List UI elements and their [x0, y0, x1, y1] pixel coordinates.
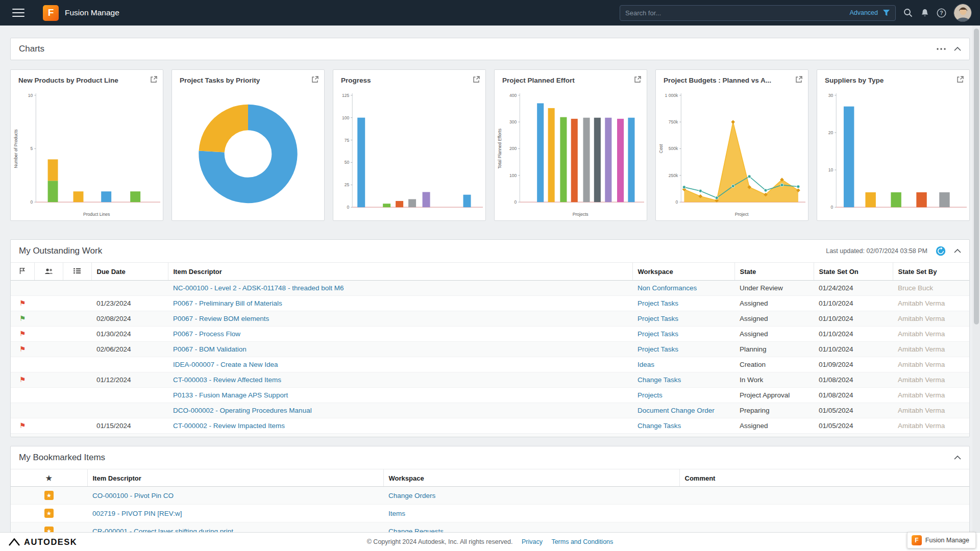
item-descriptor-cell: CT-000003 - Review Affected Items	[168, 372, 632, 388]
col-workspace[interactable]: Workspace	[632, 263, 734, 281]
state-set-by-cell: Amitabh Verma	[893, 372, 969, 388]
state-set-on-cell: 01/10/2024	[814, 311, 893, 327]
item-descriptor-link[interactable]: CO-000100 - Pivot Pin CO	[92, 492, 174, 499]
outstanding-row[interactable]: ⚑01/15/2024CT-000002 - Review Impacted I…	[11, 418, 969, 434]
col-state-set-by[interactable]: State Set By	[893, 263, 969, 281]
menu-button[interactable]	[12, 9, 24, 17]
item-descriptor-link[interactable]: P0067 - Review BOM elements	[173, 315, 269, 322]
outstanding-row[interactable]: ⚑02/08/2024P0067 - Review BOM elementsPr…	[11, 311, 969, 327]
state-cell: Creation	[734, 357, 814, 372]
svg-text:0: 0	[514, 199, 517, 205]
privacy-link[interactable]: Privacy	[522, 538, 543, 545]
outstanding-row[interactable]: ⚑02/06/2024P0067 - BOM ValidationProject…	[11, 342, 969, 357]
col-item-descriptor[interactable]: Item Descriptor	[168, 263, 632, 281]
col-due-date[interactable]: Due Date	[91, 263, 168, 281]
open-chart-icon[interactable]	[473, 76, 480, 83]
state-cell: Planning	[734, 434, 814, 438]
workspace-link[interactable]: Projects	[638, 391, 663, 399]
terms-link[interactable]: Terms and Conditions	[551, 538, 613, 545]
bar-chart: 0510Number of ProductsProduct Lines	[12, 88, 161, 219]
state-set-on-cell: 01/10/2023	[814, 434, 893, 438]
open-chart-icon[interactable]	[957, 76, 964, 83]
workspace-link[interactable]: Non Conformances	[638, 284, 697, 292]
chart-title: Project Budgets : Planned vs A...	[656, 70, 808, 84]
item-descriptor-cell: CO-000100 - Pivot Pin CO	[87, 487, 383, 505]
workspace-link[interactable]: Change Tasks	[638, 376, 681, 384]
workspace-link[interactable]: Project Tasks	[638, 315, 678, 322]
bookmarked-row[interactable]: ★002719 - PIVOT PIN [REV:w]Items	[11, 505, 969, 522]
workspace-link[interactable]: Change Tasks	[638, 422, 681, 430]
assignees-cell	[34, 388, 63, 403]
outstanding-row[interactable]: PV-000003 - In-Flight ChecksProduct Vali…	[11, 434, 969, 438]
col-item-descriptor[interactable]: Item Descriptor	[87, 469, 383, 487]
chart-title: Suppliers by Type	[817, 70, 969, 84]
svg-text:100: 100	[509, 173, 517, 178]
item-descriptor-link[interactable]: P0067 - Preliminary Bill of Materials	[173, 299, 282, 307]
state-set-by-cell: Amitabh Verma	[893, 357, 969, 372]
item-descriptor-link[interactable]: P0133 - Fusion Manage APS Support	[173, 391, 288, 399]
bookmark-star-icon[interactable]: ★	[44, 491, 54, 500]
state-cell: Assigned	[734, 311, 814, 327]
outstanding-table: Due Date Item Descriptor Workspace State…	[11, 262, 969, 437]
state-set-on-cell: 01/08/2024	[814, 388, 893, 403]
advanced-search-link[interactable]: Advanced	[849, 9, 878, 16]
outstanding-row[interactable]: P0133 - Fusion Manage APS SupportProject…	[11, 388, 969, 403]
state-set-on-cell: 01/08/2024	[814, 372, 893, 388]
item-descriptor-link[interactable]: CT-000002 - Review Impacted Items	[173, 422, 285, 430]
item-descriptor-cell: P0067 - Process Flow	[168, 327, 632, 342]
workspace-link[interactable]: Items	[388, 510, 405, 517]
workspace-link[interactable]: Project Tasks	[638, 330, 678, 338]
workspace-link[interactable]: Project Tasks	[638, 299, 678, 307]
bookmark-star-icon[interactable]: ★	[44, 509, 54, 518]
outstanding-row[interactable]: ⚑01/23/2024P0067 - Preliminary Bill of M…	[11, 296, 969, 311]
item-descriptor-link[interactable]: IDEA-000007 - Create a New Idea	[173, 361, 278, 368]
outstanding-row[interactable]: DCO-000002 - Operating Procedures Manual…	[11, 403, 969, 418]
help-icon[interactable]: ?	[937, 8, 946, 18]
item-descriptor-link[interactable]: NC-000100 - Level 2 - ADSK-011748 - thre…	[173, 284, 344, 292]
svg-text:20: 20	[828, 130, 834, 135]
item-descriptor-link[interactable]: P0067 - BOM Validation	[173, 345, 247, 353]
collapse-outstanding-icon[interactable]	[954, 249, 961, 253]
item-descriptor-link[interactable]: CT-000003 - Review Affected Items	[173, 376, 281, 384]
svg-text:30: 30	[828, 93, 834, 98]
more-options-icon[interactable]	[937, 48, 946, 50]
collapse-bookmarked-icon[interactable]	[954, 456, 961, 460]
item-descriptor-link[interactable]: P0067 - Process Flow	[173, 330, 240, 338]
details-cell	[63, 372, 91, 388]
item-descriptor-link[interactable]: 002719 - PIVOT PIN [REV:w]	[92, 510, 182, 517]
red-flag-icon: ⚑	[19, 299, 26, 307]
col-state-set-on[interactable]: State Set On	[814, 263, 893, 281]
svg-text:10: 10	[828, 167, 834, 172]
outstanding-row[interactable]: ⚑01/30/2024P0067 - Process FlowProject T…	[11, 327, 969, 342]
user-avatar[interactable]	[953, 4, 972, 22]
col-workspace[interactable]: Workspace	[383, 469, 679, 487]
charts-section-header: Charts	[10, 38, 970, 60]
workspace-link[interactable]: Ideas	[638, 361, 654, 368]
open-chart-icon[interactable]	[150, 76, 158, 83]
notifications-icon[interactable]	[920, 8, 929, 18]
col-state[interactable]: State	[734, 263, 814, 281]
scrollbar-thumb[interactable]	[974, 29, 979, 324]
workspace-link[interactable]: Project Tasks	[638, 345, 678, 353]
chart-title: Project Tasks by Priority	[172, 70, 324, 84]
col-flag	[11, 263, 34, 281]
outstanding-row[interactable]: IDEA-000007 - Create a New IdeaIdeasCrea…	[11, 357, 969, 372]
col-comment[interactable]: Comment	[679, 469, 969, 487]
open-chart-icon[interactable]	[634, 76, 642, 83]
open-chart-icon[interactable]	[795, 76, 803, 83]
bookmarked-row[interactable]: ★CO-000100 - Pivot Pin COChange Orders	[11, 487, 969, 505]
state-cell: Preparing	[734, 403, 814, 418]
item-descriptor-link[interactable]: DCO-000002 - Operating Procedures Manual	[173, 407, 312, 414]
workspace-cell: Change Tasks	[632, 372, 734, 388]
search-input[interactable]	[625, 9, 845, 17]
search-icon[interactable]	[903, 8, 913, 18]
workspace-link[interactable]: Change Orders	[388, 492, 435, 499]
open-chart-icon[interactable]	[311, 76, 319, 83]
flag-cell	[11, 403, 34, 418]
filter-icon[interactable]	[883, 9, 890, 16]
outstanding-row[interactable]: ⚑01/12/2024CT-000003 - Review Affected I…	[11, 372, 969, 388]
collapse-charts-icon[interactable]	[954, 47, 961, 51]
outstanding-row[interactable]: NC-000100 - Level 2 - ADSK-011748 - thre…	[11, 281, 969, 296]
workspace-link[interactable]: Document Change Order	[638, 407, 715, 414]
refresh-icon[interactable]	[936, 246, 946, 256]
